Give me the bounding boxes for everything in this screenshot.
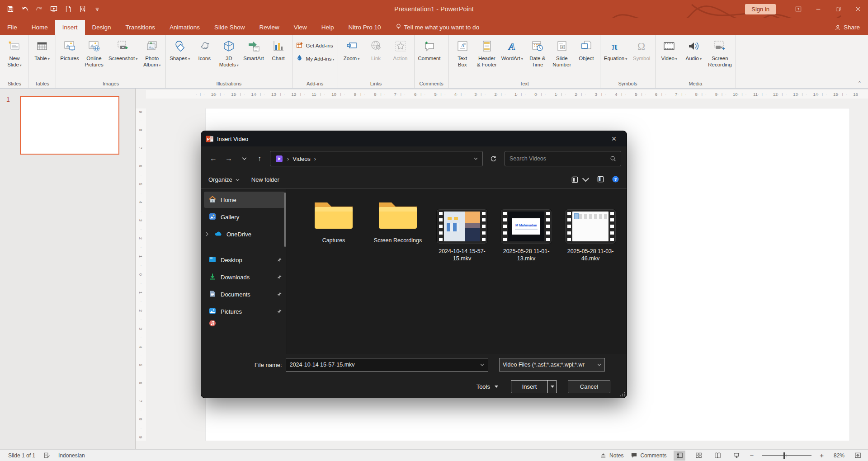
tools-button[interactable]: Tools bbox=[476, 383, 498, 390]
new-folder-button[interactable]: New folder bbox=[251, 176, 279, 183]
restore-button[interactable] bbox=[828, 0, 848, 18]
ribbon-display-options-icon[interactable] bbox=[788, 0, 808, 18]
ribbon-button-text-box[interactable]: AText Box bbox=[450, 36, 475, 80]
tab-view[interactable]: View bbox=[287, 20, 314, 35]
close-button[interactable] bbox=[848, 0, 868, 18]
tab-nitro-pro-10[interactable]: Nitro Pro 10 bbox=[341, 20, 388, 35]
organize-button[interactable]: Organize bbox=[208, 176, 240, 183]
zoom-in-button[interactable]: + bbox=[820, 452, 824, 459]
ribbon-button-slide-number[interactable]: #Slide Number bbox=[550, 36, 574, 80]
file-name-dropdown-icon[interactable] bbox=[480, 363, 484, 366]
dialog-title-bar[interactable]: P Insert Video × bbox=[201, 131, 627, 146]
comments-button[interactable]: Comments bbox=[631, 452, 666, 459]
ribbon-button-zoom[interactable]: Zoom▾ bbox=[340, 36, 364, 80]
new-file-icon[interactable] bbox=[64, 5, 72, 13]
sidebar-item-gallery[interactable]: Gallery bbox=[204, 209, 285, 225]
ribbon-button-3d-models[interactable]: 3D Models▾ bbox=[217, 36, 241, 80]
sign-in-button[interactable]: Sign in bbox=[745, 4, 776, 14]
sidebar-item-home[interactable]: Home bbox=[204, 192, 285, 208]
tab-transitions[interactable]: Transitions bbox=[118, 20, 163, 35]
file-name-input[interactable] bbox=[290, 362, 480, 368]
recent-locations-icon[interactable] bbox=[237, 152, 251, 165]
ribbon-button-screen-recording[interactable]: Screen Recording bbox=[706, 36, 734, 80]
ribbon-button-screenshot[interactable]: Screenshot▾ bbox=[106, 36, 140, 80]
ribbon-button-object[interactable]: Object bbox=[574, 36, 599, 80]
ribbon-button-chart[interactable]: Chart bbox=[266, 36, 291, 80]
minimize-button[interactable] bbox=[808, 0, 828, 18]
back-icon[interactable]: ← bbox=[207, 152, 220, 165]
change-view-button[interactable] bbox=[571, 176, 590, 183]
breadcrumb[interactable]: › Videos › bbox=[270, 151, 483, 166]
tab-insert[interactable]: Insert bbox=[55, 20, 85, 35]
spell-check-icon[interactable] bbox=[43, 452, 50, 459]
print-preview-icon[interactable] bbox=[79, 5, 87, 13]
tab-slide-show[interactable]: Slide Show bbox=[207, 20, 252, 35]
sidebar-item-pictures[interactable]: Pictures bbox=[204, 303, 285, 320]
share-button[interactable]: Share bbox=[826, 20, 868, 35]
cancel-button[interactable]: Cancel bbox=[568, 380, 610, 393]
ribbon-button-shapes[interactable]: Shapes▾ bbox=[167, 36, 192, 80]
expand-chevron-icon[interactable] bbox=[206, 231, 210, 238]
zoom-percentage[interactable]: 82% bbox=[831, 452, 844, 459]
resize-grip[interactable] bbox=[620, 392, 625, 396]
ribbon-button-photo-album[interactable]: Photo Album▾ bbox=[140, 36, 164, 80]
ribbon-button-smartart[interactable]: SmartArt bbox=[241, 36, 266, 80]
tab-tell-me-what-you-want-to-do[interactable]: Tell me what you want to do bbox=[388, 19, 487, 35]
normal-view-button[interactable] bbox=[674, 451, 685, 461]
tab-review[interactable]: Review bbox=[252, 20, 286, 35]
undo-icon[interactable] bbox=[21, 5, 29, 13]
ribbon-button-audio[interactable]: Audio▾ bbox=[681, 36, 706, 80]
ribbon-button-icons[interactable]: Icons bbox=[192, 36, 217, 80]
ribbon-button-video[interactable]: Video▾ bbox=[657, 36, 681, 80]
ribbon-button-table[interactable]: Table▾ bbox=[30, 36, 54, 80]
sidebar-item-documents[interactable]: Documents bbox=[204, 286, 285, 302]
ribbon-button-pictures[interactable]: Pictures bbox=[57, 36, 82, 80]
tab-file[interactable]: File bbox=[0, 20, 24, 35]
ribbon-button-get-add-ins[interactable]: Get Add-ins bbox=[294, 41, 336, 50]
address-dropdown-icon[interactable] bbox=[474, 157, 478, 160]
ribbon-button-equation[interactable]: πEquation▾ bbox=[602, 36, 629, 80]
file-type-select[interactable]: Video Files (*.asf;*.asx;*.wpl;*.wr bbox=[499, 358, 605, 372]
breadcrumb-videos[interactable]: Videos bbox=[292, 155, 311, 162]
fit-slide-to-window-button[interactable] bbox=[852, 451, 863, 461]
zoom-slider[interactable] bbox=[762, 455, 811, 456]
ribbon-button-my-add-ins[interactable]: My Add-ins▾ bbox=[294, 54, 336, 63]
customize-qat-icon[interactable] bbox=[93, 5, 101, 13]
start-slideshow-icon[interactable] bbox=[50, 5, 58, 13]
video-file-2025-05-28-11-03-46-mkv[interactable]: 2025-05-28 11-03-46.mkv bbox=[563, 196, 618, 263]
slide-sorter-view-button[interactable] bbox=[693, 451, 704, 461]
search-input[interactable] bbox=[509, 155, 610, 162]
language-label[interactable]: Indonesian bbox=[58, 452, 85, 459]
slide-1-thumbnail[interactable] bbox=[20, 96, 119, 155]
tab-animations[interactable]: Animations bbox=[162, 20, 207, 35]
sidebar-item-partial[interactable] bbox=[204, 320, 285, 327]
up-icon[interactable]: ↑ bbox=[253, 152, 266, 165]
notes-button[interactable]: Notes bbox=[600, 452, 623, 459]
ribbon-button-wordart[interactable]: AWordArt▾ bbox=[499, 36, 525, 80]
tab-help[interactable]: Help bbox=[314, 20, 341, 35]
sidebar-item-onedrive[interactable]: OneDrive bbox=[204, 226, 285, 242]
preview-pane-button[interactable] bbox=[597, 175, 604, 184]
save-icon[interactable] bbox=[6, 5, 14, 13]
tab-design[interactable]: Design bbox=[85, 20, 118, 35]
insert-button[interactable]: Insert bbox=[511, 381, 547, 393]
ribbon-button-date-time[interactable]: Date & Time bbox=[525, 36, 550, 80]
video-file-2024-10-14-15-57-15-mkv[interactable]: 2024-10-14 15-57-15.mkv bbox=[434, 196, 490, 263]
ribbon-button-header-footer[interactable]: Header & Footer bbox=[475, 36, 499, 80]
slideshow-view-button[interactable] bbox=[731, 451, 742, 461]
tab-home[interactable]: Home bbox=[24, 20, 55, 35]
help-button[interactable]: ? bbox=[612, 175, 619, 184]
sidebar-item-desktop[interactable]: Desktop bbox=[204, 252, 285, 268]
sidebar-item-downloads[interactable]: Downloads bbox=[204, 269, 285, 285]
forward-icon[interactable]: → bbox=[222, 152, 236, 165]
folder-captures[interactable]: Captures bbox=[306, 196, 361, 244]
folder-screen-recordings[interactable]: Screen Recordings bbox=[370, 196, 425, 244]
ribbon-button-comment[interactable]: Comment bbox=[416, 36, 443, 80]
search-icon[interactable] bbox=[610, 155, 616, 162]
zoom-out-button[interactable]: − bbox=[750, 452, 754, 459]
refresh-icon[interactable] bbox=[486, 152, 500, 165]
dialog-close-icon[interactable]: × bbox=[606, 134, 622, 144]
ribbon-button-online-pictures[interactable]: Online Pictures bbox=[82, 36, 106, 80]
reading-view-button[interactable] bbox=[712, 451, 723, 461]
collapse-ribbon-icon[interactable]: ⌃ bbox=[858, 80, 862, 86]
